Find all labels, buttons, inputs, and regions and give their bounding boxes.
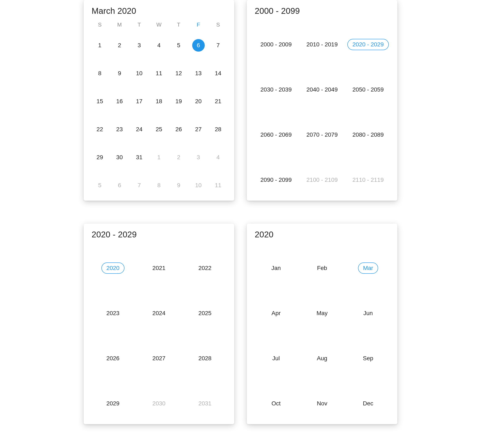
day-cell[interactable]: 7 (208, 31, 228, 59)
day-cell[interactable]: 12 (169, 59, 188, 87)
month-cell-label: Mar (358, 263, 378, 274)
month-cell[interactable]: Oct (253, 381, 299, 426)
year-cell[interactable]: 2026 (90, 336, 136, 381)
day-cell[interactable]: 24 (129, 115, 149, 143)
day-cell[interactable]: 17 (129, 87, 149, 115)
decade-range-cell[interactable]: 2040 - 2049 (299, 67, 345, 112)
decade-range-cell[interactable]: 2030 - 2039 (253, 67, 299, 112)
year-cell[interactable]: 2021 (136, 246, 182, 291)
year-cell[interactable]: 2023 (90, 291, 136, 336)
day-cell[interactable]: 28 (208, 115, 228, 143)
day-cell[interactable]: 21 (208, 87, 228, 115)
day-cell[interactable]: 20 (188, 87, 208, 115)
decade-range-cell[interactable]: 2050 - 2059 (345, 67, 391, 112)
day-cell[interactable]: 13 (188, 59, 208, 87)
day-cell[interactable]: 1 (149, 143, 169, 171)
month-grid: JanFebMarAprMayJunJulAugSepOctNovDec (253, 246, 391, 426)
month-cell[interactable]: Aug (299, 336, 345, 381)
decade-range-cell[interactable]: 2010 - 2019 (299, 22, 345, 67)
decade-picker-title[interactable]: 2020 - 2029 (92, 230, 228, 239)
day-cell[interactable]: 14 (208, 59, 228, 87)
day-cell[interactable]: 3 (129, 31, 149, 59)
decade-range-cell[interactable]: 2110 - 2119 (345, 157, 391, 202)
day-cell[interactable]: 22 (90, 115, 110, 143)
day-cell[interactable]: 3 (188, 143, 208, 171)
day-cell[interactable]: 25 (149, 115, 169, 143)
month-cell[interactable]: Jun (345, 291, 391, 336)
day-cell[interactable]: 4 (149, 31, 169, 59)
day-cell[interactable]: 29 (90, 143, 110, 171)
decade-range-cell[interactable]: 2090 - 2099 (253, 157, 299, 202)
month-cell[interactable]: Jan (253, 246, 299, 291)
decade-range-cell-label: 2110 - 2119 (348, 175, 388, 185)
day-number: 1 (153, 151, 165, 164)
day-cell[interactable]: 7 (129, 171, 149, 199)
month-picker-title[interactable]: 2020 (255, 230, 391, 239)
month-cell[interactable]: Mar (345, 246, 391, 291)
decade-range-cell-label: 2030 - 2039 (256, 84, 296, 95)
year-cell[interactable]: 2022 (182, 246, 228, 291)
day-cell[interactable]: 15 (90, 87, 110, 115)
day-number: 15 (93, 95, 106, 108)
decade-range-cell[interactable]: 2000 - 2009 (253, 22, 299, 67)
year-cell[interactable]: 2025 (182, 291, 228, 336)
year-cell[interactable]: 2030 (136, 381, 182, 426)
day-number: 21 (212, 95, 224, 108)
year-cell-label: 2030 (148, 398, 170, 409)
day-cell[interactable]: 19 (169, 87, 188, 115)
day-cell[interactable]: 8 (90, 59, 110, 87)
day-cell[interactable]: 6 (188, 31, 208, 59)
day-cell[interactable]: 2 (110, 31, 129, 59)
month-cell[interactable]: Feb (299, 246, 345, 291)
year-cell-label: 2023 (102, 308, 124, 318)
day-cell[interactable]: 8 (149, 171, 169, 199)
day-number: 20 (192, 95, 205, 108)
day-cell[interactable]: 10 (188, 171, 208, 199)
year-cell[interactable]: 2028 (182, 336, 228, 381)
decade-range-cell[interactable]: 2080 - 2089 (345, 112, 391, 157)
day-cell[interactable]: 9 (169, 171, 188, 199)
day-number: 22 (93, 123, 106, 136)
day-cell[interactable]: 31 (129, 143, 149, 171)
day-cell[interactable]: 11 (208, 171, 228, 199)
day-cell[interactable]: 5 (169, 31, 188, 59)
day-cell[interactable]: 1 (90, 31, 110, 59)
decade-range-cell[interactable]: 2020 - 2029 (345, 22, 391, 67)
year-cell[interactable]: 2031 (182, 381, 228, 426)
day-cell[interactable]: 26 (169, 115, 188, 143)
decade-range-cell[interactable]: 2100 - 2109 (299, 157, 345, 202)
year-cell[interactable]: 2029 (90, 381, 136, 426)
day-cell[interactable]: 9 (110, 59, 129, 87)
decade-range-cell-label: 2010 - 2019 (302, 39, 342, 50)
month-cell[interactable]: Nov (299, 381, 345, 426)
day-cell[interactable]: 2 (169, 143, 188, 171)
month-cell[interactable]: Dec (345, 381, 391, 426)
month-cell[interactable]: Sep (345, 336, 391, 381)
day-number: 4 (153, 39, 165, 51)
day-cell[interactable]: 4 (208, 143, 228, 171)
day-cell[interactable]: 6 (110, 171, 129, 199)
day-cell[interactable]: 10 (129, 59, 149, 87)
day-cell[interactable]: 11 (149, 59, 169, 87)
day-calendar-title[interactable]: March 2020 (92, 6, 228, 16)
day-cell[interactable]: 16 (110, 87, 129, 115)
month-cell-label: Dec (358, 398, 378, 409)
day-cell[interactable]: 23 (110, 115, 129, 143)
year-cell[interactable]: 2020 (90, 246, 136, 291)
century-picker-title[interactable]: 2000 - 2099 (255, 6, 391, 16)
decade-range-cell-label: 2090 - 2099 (256, 175, 296, 185)
year-cell[interactable]: 2024 (136, 291, 182, 336)
year-cell-label: 2028 (194, 353, 216, 364)
day-number: 7 (133, 179, 146, 192)
day-cell[interactable]: 30 (110, 143, 129, 171)
day-cell[interactable]: 5 (90, 171, 110, 199)
month-cell[interactable]: Apr (253, 291, 299, 336)
day-cell[interactable]: 18 (149, 87, 169, 115)
year-cell[interactable]: 2027 (136, 336, 182, 381)
decade-range-cell[interactable]: 2060 - 2069 (253, 112, 299, 157)
day-cell[interactable]: 27 (188, 115, 208, 143)
day-number: 16 (113, 95, 126, 108)
decade-range-cell[interactable]: 2070 - 2079 (299, 112, 345, 157)
month-cell[interactable]: Jul (253, 336, 299, 381)
month-cell[interactable]: May (299, 291, 345, 336)
